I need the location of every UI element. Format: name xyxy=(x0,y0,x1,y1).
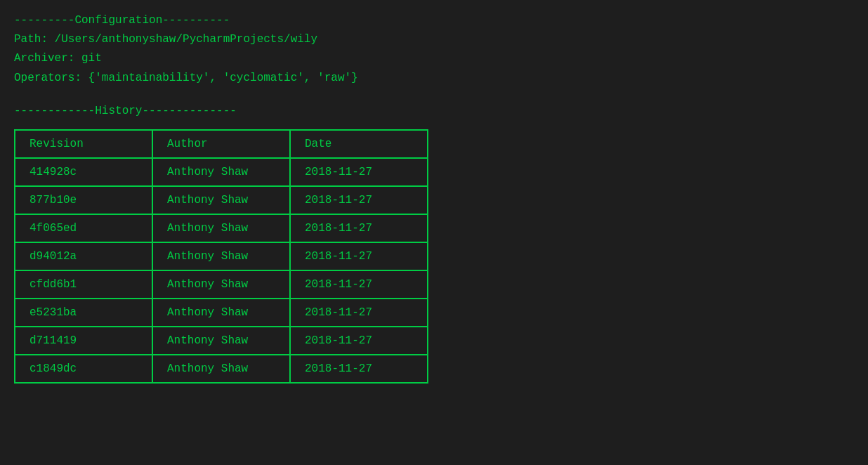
cell-revision: e5231ba xyxy=(15,299,152,327)
table-row: d711419Anthony Shaw2018-11-27 xyxy=(15,327,428,355)
cell-date: 2018-11-27 xyxy=(290,327,428,355)
cell-author: Anthony Shaw xyxy=(152,214,290,242)
cell-author: Anthony Shaw xyxy=(152,186,290,214)
column-header-revision: Revision xyxy=(15,130,152,158)
history-separator: ------------History-------------- xyxy=(14,102,854,121)
cell-date: 2018-11-27 xyxy=(290,355,428,383)
table-row: e5231baAnthony Shaw2018-11-27 xyxy=(15,299,428,327)
cell-revision: 877b10e xyxy=(15,186,152,214)
table-row: 4f065edAnthony Shaw2018-11-27 xyxy=(15,214,428,242)
config-path: Path: /Users/anthonyshaw/PycharmProjects… xyxy=(14,30,854,49)
cell-author: Anthony Shaw xyxy=(152,158,290,186)
cell-revision: cfdd6b1 xyxy=(15,270,152,299)
table-row: 877b10eAnthony Shaw2018-11-27 xyxy=(15,186,428,214)
history-section: ------------History-------------- Revisi… xyxy=(14,102,854,384)
history-table: Revision Author Date 414928cAnthony Shaw… xyxy=(14,129,428,384)
table-row: d94012aAnthony Shaw2018-11-27 xyxy=(15,242,428,270)
cell-revision: d711419 xyxy=(15,327,152,355)
cell-date: 2018-11-27 xyxy=(290,214,428,242)
column-header-date: Date xyxy=(290,130,428,158)
cell-revision: 4f065ed xyxy=(15,214,152,242)
table-header-row: Revision Author Date xyxy=(15,130,428,158)
cell-author: Anthony Shaw xyxy=(152,327,290,355)
cell-date: 2018-11-27 xyxy=(290,158,428,186)
cell-revision: c1849dc xyxy=(15,355,152,383)
cell-author: Anthony Shaw xyxy=(152,299,290,327)
table-row: cfdd6b1Anthony Shaw2018-11-27 xyxy=(15,270,428,299)
cell-date: 2018-11-27 xyxy=(290,299,428,327)
table-row: c1849dcAnthony Shaw2018-11-27 xyxy=(15,355,428,383)
table-row: 414928cAnthony Shaw2018-11-27 xyxy=(15,158,428,186)
config-section: ---------Configuration---------- Path: /… xyxy=(14,11,854,88)
cell-author: Anthony Shaw xyxy=(152,355,290,383)
config-separator: ---------Configuration---------- xyxy=(14,11,854,30)
cell-author: Anthony Shaw xyxy=(152,242,290,270)
cell-revision: d94012a xyxy=(15,242,152,270)
cell-revision: 414928c xyxy=(15,158,152,186)
cell-date: 2018-11-27 xyxy=(290,270,428,299)
config-operators: Operators: {'maintainability', 'cyclomat… xyxy=(14,69,854,88)
cell-date: 2018-11-27 xyxy=(290,242,428,270)
column-header-author: Author xyxy=(152,130,290,158)
cell-author: Anthony Shaw xyxy=(152,270,290,299)
config-archiver: Archiver: git xyxy=(14,49,854,68)
cell-date: 2018-11-27 xyxy=(290,186,428,214)
